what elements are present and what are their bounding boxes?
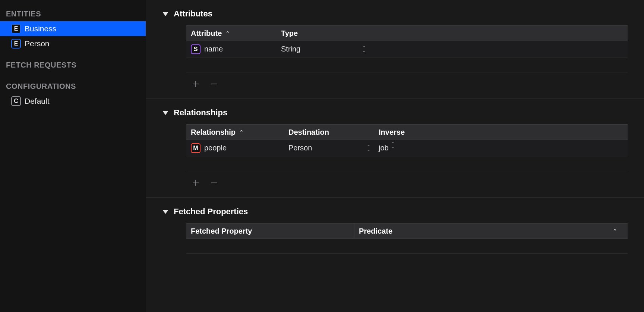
configurations-header: CONFIGURATIONS — [0, 79, 146, 94]
sort-ascending-icon: ⌃ — [239, 129, 244, 135]
attributes-table-header: Attribute ⌃ Type — [186, 25, 628, 41]
sidebar-item-entity-person[interactable]: E Person — [0, 36, 146, 51]
remove-relationship-button[interactable] — [210, 179, 218, 187]
column-header-destination[interactable]: Destination — [284, 128, 374, 137]
main-panel: Attributes Attribute ⌃ Type S name — [146, 0, 644, 312]
table-row — [186, 57, 628, 72]
table-row — [186, 156, 628, 171]
attributes-section: Attributes Attribute ⌃ Type S name — [146, 0, 644, 99]
table-row — [186, 254, 628, 269]
column-header-relationship[interactable]: Relationship ⌃ — [186, 128, 284, 137]
relationship-inverse-select[interactable]: job ⌃⌄ — [374, 144, 434, 152]
relationship-name: people — [204, 144, 227, 152]
relationships-title: Relationships — [174, 108, 227, 118]
sidebar-item-configuration-default[interactable]: C Default — [0, 94, 146, 109]
relationships-table-header: Relationship ⌃ Destination Inverse — [186, 124, 628, 140]
sidebar-item-label: Default — [25, 97, 50, 106]
stepper-arrows-icon: ⌃⌄ — [391, 142, 395, 148]
sidebar-item-label: Business — [25, 24, 56, 33]
attributes-title: Attributes — [174, 9, 212, 19]
stepper-arrows-icon: ⌃⌄ — [367, 145, 370, 151]
attribute-name: name — [204, 45, 223, 53]
relationship-destination-select[interactable]: Person ⌃⌄ — [284, 144, 374, 152]
sidebar-item-entity-business[interactable]: E Business — [0, 21, 146, 36]
sort-ascending-icon: ⌃ — [613, 228, 623, 234]
relationships-section: Relationships Relationship ⌃ Destination… — [146, 99, 644, 198]
table-row — [186, 239, 628, 254]
disclosure-triangle-icon[interactable] — [162, 12, 168, 16]
string-type-badge-icon: S — [191, 44, 201, 54]
disclosure-triangle-icon[interactable] — [162, 210, 168, 214]
add-attribute-button[interactable] — [192, 80, 200, 88]
column-header-attribute[interactable]: Attribute ⌃ — [186, 29, 277, 38]
sidebar-item-label: Person — [25, 39, 50, 48]
attribute-row[interactable]: S name String ⌃⌄ — [186, 41, 628, 57]
entities-header: ENTITIES — [0, 7, 146, 21]
add-relationship-button[interactable] — [192, 179, 200, 187]
configuration-badge-icon: C — [11, 96, 21, 106]
column-header-fetched-property[interactable]: Fetched Property — [186, 227, 354, 235]
sidebar: ENTITIES E Business E Person FETCH REQUE… — [0, 0, 146, 312]
fetched-properties-section: Fetched Properties Fetched Property Pred… — [146, 198, 644, 279]
entity-badge-icon: E — [11, 24, 21, 34]
fetched-properties-table-header: Fetched Property Predicate ⌃ — [186, 223, 628, 239]
attribute-type-select[interactable]: String ⌃⌄ — [277, 45, 370, 53]
stepper-arrows-icon: ⌃⌄ — [362, 46, 366, 52]
entity-badge-icon: E — [11, 39, 21, 49]
disclosure-triangle-icon[interactable] — [162, 111, 168, 115]
column-header-predicate[interactable]: Predicate ⌃ — [354, 227, 628, 235]
fetch-requests-header: FETCH REQUESTS — [0, 58, 146, 72]
fetched-properties-title: Fetched Properties — [174, 207, 248, 216]
sort-ascending-icon: ⌃ — [225, 30, 230, 36]
relationship-row[interactable]: M people Person ⌃⌄ job ⌃⌄ — [186, 140, 628, 156]
column-header-type[interactable]: Type — [277, 29, 370, 38]
column-header-inverse[interactable]: Inverse — [374, 128, 434, 137]
to-many-badge-icon: M — [191, 143, 201, 153]
remove-attribute-button[interactable] — [210, 80, 218, 88]
